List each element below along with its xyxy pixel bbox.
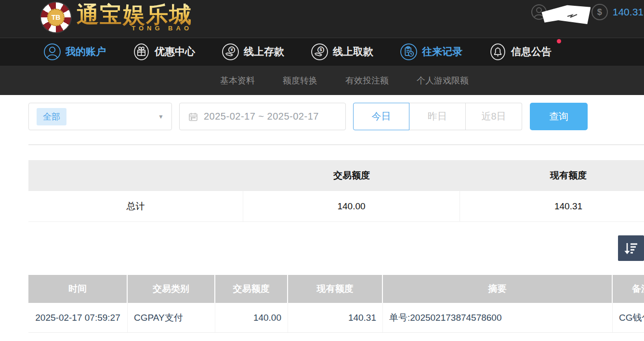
subnav-game-limits[interactable]: 个人游戏限额 xyxy=(417,75,469,86)
username-redaction-scribble xyxy=(541,5,591,24)
txn-time: 2025-02-17 07:59:27 xyxy=(28,303,128,332)
bell-icon xyxy=(489,43,507,61)
nav-item-transaction-records[interactable]: 往来记录 xyxy=(400,43,462,61)
transactions-table: 时间 交易类别 交易额度 现有额度 摘要 备注 2025-02-17 07:59… xyxy=(28,275,644,333)
subnav-quota-transfer[interactable]: 额度转换 xyxy=(283,75,317,86)
nav-item-online-withdraw[interactable]: $ 线上取款 xyxy=(311,43,373,61)
site-logo[interactable]: TB 通宝娱乐城 TONG BAO xyxy=(41,2,192,32)
summary-trade-amount-value: 140.00 xyxy=(243,191,460,221)
balance-amount: 140.31 xyxy=(613,6,644,18)
site-subtitle: TONG BAO xyxy=(131,25,192,32)
summary-table-header: 交易额度 现有额度 xyxy=(28,160,644,191)
dollar-circle-icon: $ xyxy=(591,4,608,20)
date-range-value: 2025-02-17 ~ 2025-02-17 xyxy=(204,111,319,122)
top-header: TB 通宝娱乐城 TONG BAO 25 $ 140.31 元 xyxy=(0,0,644,38)
svg-text:¥: ¥ xyxy=(230,47,233,52)
nav-item-announcements[interactable]: 信息公告 xyxy=(489,43,552,61)
balance-summary[interactable]: $ 140.31 元 xyxy=(591,4,644,20)
transaction-type-select[interactable]: 全部 ▼ xyxy=(28,103,172,130)
subnav-basic-info[interactable]: 基本资料 xyxy=(220,75,255,86)
txn-header-amount: 交易额度 xyxy=(215,275,288,303)
nav-item-promotions[interactable]: 优惠中心 xyxy=(132,43,195,61)
records-clipboard-icon xyxy=(400,43,418,61)
sort-descending-button[interactable] xyxy=(618,235,644,261)
table-row: 2025-02-17 07:59:27 CGPAY支付 140.00 140.3… xyxy=(28,303,644,333)
user-circle-icon xyxy=(43,43,61,61)
nav-item-my-account[interactable]: 我的账户 xyxy=(43,43,106,61)
txn-type: CGPAY支付 xyxy=(128,303,215,332)
nav-item-online-deposit[interactable]: ¥ 线上存款 xyxy=(222,43,284,61)
summary-header-current-amount: 现有额度 xyxy=(460,160,644,191)
summary-total-row: 总计 140.00 140.31 xyxy=(28,191,644,222)
quick-range-button-group: 今日 昨日 近8日 xyxy=(353,103,522,130)
txn-remark: CG钱包 xyxy=(613,303,644,332)
txn-header-balance: 现有额度 xyxy=(288,275,383,303)
txn-header-remark: 备注 xyxy=(613,275,644,303)
txn-balance: 140.31 xyxy=(288,303,383,332)
yesterday-button[interactable]: 昨日 xyxy=(409,103,466,130)
notification-dot xyxy=(557,39,561,43)
user-account-summary[interactable]: 25 xyxy=(531,4,563,20)
poker-chip-logo-icon: TB xyxy=(41,2,71,32)
summary-header-trade-amount: 交易额度 xyxy=(243,160,460,191)
chip-monogram: TB xyxy=(47,9,65,26)
gift-icon xyxy=(132,43,150,61)
transactions-table-header: 时间 交易类别 交易额度 现有额度 摘要 备注 xyxy=(28,275,644,303)
svg-text:$: $ xyxy=(319,47,322,52)
withdraw-hand-coin-icon: $ xyxy=(311,43,329,61)
txn-header-time: 时间 xyxy=(28,275,128,303)
last-8-days-button[interactable]: 近8日 xyxy=(466,103,522,130)
subnav-valid-bets[interactable]: 有效投注额 xyxy=(345,75,389,86)
txn-amount: 140.00 xyxy=(215,303,288,332)
txn-summary: 单号:202502173874578600 xyxy=(383,303,613,332)
sort-descending-icon xyxy=(623,240,639,257)
txn-header-summary: 摘要 xyxy=(383,275,613,303)
calendar-icon xyxy=(188,112,198,122)
summary-header-empty xyxy=(28,160,243,191)
caret-down-icon: ▼ xyxy=(158,113,164,120)
main-navigation: 我的账户 优惠中心 ¥ 线上存款 $ 线上取款 xyxy=(0,38,644,65)
deposit-hand-coin-icon: ¥ xyxy=(222,43,239,61)
site-title: 通宝娱乐城 xyxy=(77,3,192,26)
selected-type-chip[interactable]: 全部 xyxy=(37,108,66,125)
txn-header-type: 交易类别 xyxy=(128,275,215,303)
today-button[interactable]: 今日 xyxy=(353,103,409,130)
summary-table: 交易额度 现有额度 总计 140.00 140.31 xyxy=(28,160,644,222)
query-button[interactable]: 查询 xyxy=(530,103,588,130)
summary-current-amount-value: 140.31 xyxy=(460,191,644,221)
date-range-input[interactable]: 2025-02-17 ~ 2025-02-17 xyxy=(179,103,346,130)
account-sub-navigation: 基本资料 额度转换 有效投注额 个人游戏限额 xyxy=(0,65,644,95)
summary-total-label: 总计 xyxy=(28,191,243,221)
section-divider xyxy=(28,144,644,145)
